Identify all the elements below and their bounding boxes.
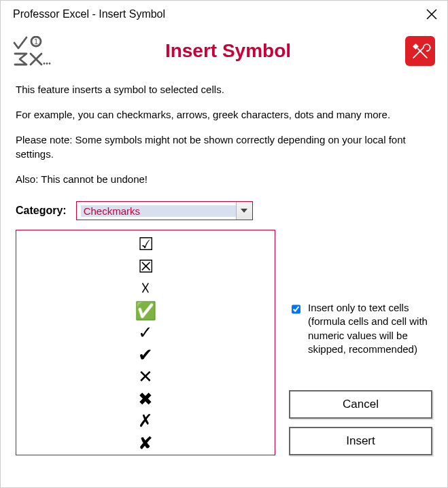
close-button[interactable] [426,8,438,20]
insert-symbol-icon: 1 [13,36,51,66]
brand-logo [405,36,435,66]
symbol-item[interactable]: ✅ [16,300,275,322]
symbol-item[interactable]: ☓ [16,277,275,300]
svg-marker-9 [241,209,247,213]
svg-point-7 [46,63,48,65]
window-title: Professor Excel - Insert Symbol [13,8,165,20]
symbol-item[interactable]: ☒ [16,256,275,278]
symbol-item[interactable]: ☑ [16,233,275,256]
text-cells-only-checkbox[interactable] [292,304,300,315]
page-title: Insert Symbol [59,40,397,62]
category-label: Category: [16,205,67,217]
content-row: ☑ ☒ ☓ ✅ ✓ ✔ ✕ ✖ ✗ ✘ Insert only to text … [1,226,447,468]
category-dropdown[interactable]: Checkmarks [76,201,253,220]
symbol-item[interactable]: ✕ [16,366,275,388]
category-dropdown-value: Checkmarks [81,205,236,217]
cancel-button[interactable]: Cancel [289,390,432,419]
close-icon [426,8,438,20]
dropdown-button[interactable] [236,202,252,220]
svg-text:1: 1 [34,37,38,46]
symbol-item[interactable]: ✗ [16,410,275,432]
right-column: Insert only to text cells (formula cells… [289,230,432,455]
symbol-item[interactable]: ✘ [16,432,275,455]
description-line-2: For example, you can checkmarks, arrows,… [16,107,432,122]
header: 1 Insert Symbol [1,27,447,67]
description-line-4: Also: This cannot be undone! [16,172,432,186]
symbol-item[interactable]: ✓ [16,321,275,344]
titlebar: Professor Excel - Insert Symbol [1,1,447,27]
svg-point-8 [49,63,51,65]
symbol-item[interactable]: ✖ [16,388,275,411]
symbol-listbox[interactable]: ☑ ☒ ☓ ✅ ✓ ✔ ✕ ✖ ✗ ✘ [16,230,275,455]
text-cells-only-label: Insert only to text cells (formula cells… [308,301,432,356]
chevron-down-icon [241,209,247,213]
description-line-1: This feature inserts a symbol to selecte… [16,82,432,97]
option-row: Insert only to text cells (formula cells… [289,245,432,356]
tools-icon [408,39,432,63]
symbol-item[interactable]: ✔ [16,344,275,366]
svg-point-6 [44,63,46,65]
description-block: This feature inserts a symbol to selecte… [1,67,447,186]
description-line-3: Please note: Some symbols might not be s… [16,133,432,161]
category-row: Category: Checkmarks [1,197,447,226]
insert-button[interactable]: Insert [289,427,432,455]
